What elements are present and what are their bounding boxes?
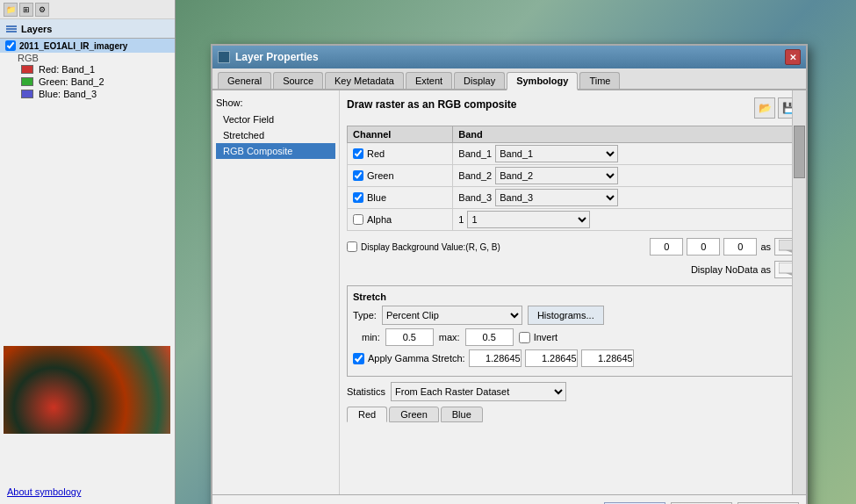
- symbology-stretched[interactable]: Stretched: [216, 127, 335, 143]
- rgb-tab-blue[interactable]: Blue: [441, 407, 483, 422]
- dialog-titlebar: Layer Properties ✕: [212, 46, 806, 68]
- stats-label: Statistics: [347, 386, 385, 397]
- draw-title: Draw raster as an RGB composite: [347, 98, 516, 111]
- channel-table: Channel Band Red: [347, 126, 799, 231]
- blue-channel-checkbox[interactable]: [353, 192, 363, 203]
- legend-label-red: Red: Band_1: [39, 64, 95, 75]
- green-channel-checkbox[interactable]: [353, 170, 363, 181]
- map-preview-image: [4, 346, 170, 434]
- invert-label: Invert: [534, 332, 558, 342]
- dialog-title: Layer Properties: [235, 51, 319, 63]
- blue-channel-label: Blue: [367, 192, 386, 203]
- about-symbology-link[interactable]: About symbology: [7, 486, 81, 497]
- dialog-title-area: Layer Properties: [218, 51, 319, 63]
- legend-item-red: Red: Band_1: [0, 63, 175, 76]
- tab-display[interactable]: Display: [454, 72, 505, 89]
- bg-b-input[interactable]: [723, 238, 757, 256]
- open-file-icon-btn[interactable]: 📂: [754, 97, 775, 119]
- gamma-b-input[interactable]: [581, 349, 634, 367]
- red-channel-checkbox[interactable]: [353, 148, 363, 159]
- rgb-tabs: Red Green Blue: [347, 407, 799, 422]
- tab-symbology[interactable]: Symbology: [507, 72, 578, 90]
- legend-item-blue: Blue: Band_3: [0, 88, 175, 100]
- bg-g-input[interactable]: [687, 238, 720, 256]
- rgb-tab-green[interactable]: Green: [389, 407, 439, 422]
- green-band-select[interactable]: Band_2Band_1Band_3: [495, 167, 618, 184]
- nodata-row: Display NoData as: [347, 261, 799, 278]
- scroll-thumb[interactable]: [794, 126, 805, 178]
- stretch-group: Stretch Type: Percent Clip Standard Devi…: [347, 285, 799, 377]
- stretch-title: Stretch: [353, 292, 793, 302]
- alpha-band-value: 1: [458, 214, 464, 225]
- stats-row: Statistics From Each Raster Dataset From…: [347, 382, 799, 401]
- nodata-label: Display NoData as: [691, 264, 771, 275]
- red-band-select[interactable]: Band_1Band_2Band_3: [495, 145, 618, 162]
- rgb-tab-red[interactable]: Red: [347, 407, 387, 422]
- alpha-channel-label: Alpha: [367, 214, 392, 225]
- channel-row-red: Red Band_1 Band_1Band_2Band_3: [348, 143, 799, 165]
- green-band-value: Band_2: [458, 170, 492, 181]
- alpha-band-select[interactable]: 1: [467, 211, 590, 228]
- gamma-r-input[interactable]: [469, 349, 522, 367]
- band-header: Band: [453, 126, 799, 143]
- tab-key-metadata[interactable]: Key Metadata: [325, 72, 404, 89]
- gamma-label: Apply Gamma Stretch:: [368, 353, 465, 364]
- histograms-button[interactable]: Histograms...: [528, 306, 604, 325]
- bg-value-row: Display Background Value:(R, G, B) as: [347, 238, 799, 256]
- tab-general[interactable]: General: [218, 72, 271, 89]
- stats-select[interactable]: From Each Raster Dataset From Dataset Fr…: [391, 382, 566, 401]
- tab-time[interactable]: Time: [579, 72, 620, 89]
- gamma-row: Apply Gamma Stretch:: [353, 349, 793, 367]
- bg-value-label: Display Background Value:(R, G, B): [361, 242, 646, 252]
- svg-rect-2: [6, 31, 17, 32]
- invert-checkbox[interactable]: [519, 332, 530, 343]
- legend-color-red: [21, 65, 33, 74]
- scrollbar[interactable]: [792, 90, 806, 494]
- legend-label-blue: Blue: Band_3: [39, 89, 97, 99]
- alpha-channel-checkbox[interactable]: [353, 214, 363, 225]
- min-input[interactable]: [385, 328, 434, 346]
- symbology-vector-field[interactable]: Vector Field: [216, 112, 335, 127]
- as-label: as: [760, 241, 771, 252]
- svg-rect-1: [6, 28, 17, 30]
- symbology-right-panel: Draw raster as an RGB composite 📂 💾 Chan…: [340, 90, 806, 494]
- gamma-checkbox[interactable]: [353, 353, 364, 364]
- invert-row: Invert: [519, 332, 558, 343]
- dialog-close-button[interactable]: ✕: [785, 49, 801, 65]
- stretch-type-row: Type: Percent Clip Standard Deviation Mi…: [353, 306, 793, 325]
- max-input[interactable]: [465, 328, 514, 346]
- tab-extent[interactable]: Extent: [406, 72, 452, 89]
- channel-row-alpha: Alpha 1 1: [348, 209, 799, 231]
- gamma-g-input[interactable]: [525, 349, 578, 367]
- stretch-type-select[interactable]: Percent Clip Standard Deviation Min Max …: [382, 306, 522, 325]
- layer-icon[interactable]: ⊞: [19, 3, 33, 17]
- dialog-tabs: General Source Key Metadata Extent Displ…: [212, 68, 806, 90]
- minmax-row: min: max: Invert: [353, 328, 793, 346]
- symbology-rgb-composite[interactable]: RGB Composite: [216, 143, 335, 159]
- blue-band-select[interactable]: Band_3Band_1Band_2: [495, 189, 618, 206]
- layer-checkbox[interactable]: [5, 40, 16, 51]
- left-panel: 📁 ⊞ ⚙ Layers 2011_EO1ALI_IR_imagery RGB …: [0, 0, 176, 504]
- green-channel-label: Green: [367, 170, 394, 181]
- open-folder-icon[interactable]: 📁: [4, 3, 18, 17]
- layers-title: Layers: [21, 24, 52, 34]
- dialog-content: Show: Vector Field Stretched RGB Composi…: [212, 90, 806, 494]
- layer-item-imagery[interactable]: 2011_EO1ALI_IR_imagery: [0, 39, 175, 53]
- map-preview: [4, 346, 170, 434]
- min-label: min:: [362, 332, 380, 342]
- layers-panel-header: Layers: [0, 19, 175, 39]
- red-band-value: Band_1: [458, 148, 492, 159]
- settings-icon[interactable]: ⚙: [35, 3, 49, 17]
- bg-r-input[interactable]: [650, 238, 683, 256]
- tab-source[interactable]: Source: [273, 72, 323, 89]
- bg-value-checkbox[interactable]: [347, 241, 357, 252]
- panel-toolbar: 📁 ⊞ ⚙: [0, 0, 175, 19]
- stretch-type-label: Type:: [353, 310, 377, 320]
- dialog-title-icon: [218, 51, 230, 63]
- red-channel-label: Red: [367, 148, 385, 159]
- legend-item-green: Green: Band_2: [0, 76, 175, 88]
- symbology-left-panel: Show: Vector Field Stretched RGB Composi…: [212, 90, 340, 494]
- channel-header: Channel: [348, 126, 453, 143]
- channel-row-green: Green Band_2 Band_2Band_1Band_3: [348, 165, 799, 187]
- show-label: Show:: [216, 97, 335, 108]
